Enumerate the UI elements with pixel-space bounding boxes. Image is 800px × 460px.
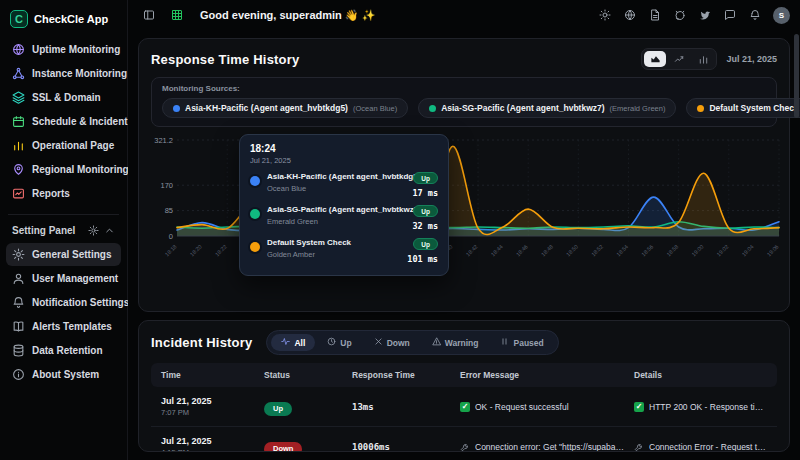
monitoring-sources-box: Monitoring Sources: Asia-KH-Pacific (Age… xyxy=(151,77,777,127)
bar-chart-toggle-button[interactable] xyxy=(692,51,714,67)
svg-text:18:58: 18:58 xyxy=(665,243,679,257)
sidebar-toggle-icon[interactable] xyxy=(138,4,160,26)
docs-icon[interactable] xyxy=(644,4,666,26)
sidebar-item-instance-monitoring[interactable]: Instance Monitoring xyxy=(6,62,121,85)
area-chart-toggle-button[interactable] xyxy=(644,51,666,67)
svg-text:19:02: 19:02 xyxy=(716,243,730,257)
sidebar-item-regional-monitoring[interactable]: Regional Monitoring xyxy=(6,158,121,181)
theme-icon[interactable] xyxy=(594,4,616,26)
sidebar-item-user-management[interactable]: User Management xyxy=(6,267,121,290)
filter-up[interactable]: Up xyxy=(317,334,361,351)
feedback-icon[interactable] xyxy=(719,4,741,26)
sidebar-item-label: Instance Monitoring xyxy=(32,68,127,79)
topbar: Good evening, superadmin 👋 ✨ S xyxy=(128,0,800,30)
source-color-dot xyxy=(173,105,180,112)
source-chip-default-system-check[interactable]: Default System Check (Golden Amber) xyxy=(686,98,800,118)
source-color-tag: (Ocean Blue) xyxy=(353,104,397,113)
tooltip-series-color-label: Golden Amber xyxy=(267,250,400,259)
svg-text:18:42: 18:42 xyxy=(465,243,479,257)
filter-paused[interactable]: Paused xyxy=(490,334,553,351)
sidebar-item-label: Regional Monitoring xyxy=(32,164,129,175)
tooltip-value: 101 ms xyxy=(407,254,438,264)
response-time-history-card: Response Time History Jul 21, 2025 Monit… xyxy=(138,38,790,312)
line-chart-icon xyxy=(12,187,25,200)
sidebar-item-operational-page[interactable]: Operational Page xyxy=(6,134,121,157)
status-badge: Up xyxy=(413,238,438,250)
check-icon: ✓ xyxy=(634,402,644,412)
tooltip-time: 18:24 xyxy=(250,143,438,154)
source-name: Asia-KH-Pacific (Agent agent_hvbtkdg5) xyxy=(185,103,348,113)
source-name: Asia-SG-Pacific (Agent agent_hvbtkwz7) xyxy=(441,103,604,113)
status-badge: Up xyxy=(413,205,438,217)
sidebar-item-data-retention[interactable]: Data Retention xyxy=(6,339,121,362)
source-color-dot xyxy=(697,105,704,112)
bar-chart-icon xyxy=(12,139,25,152)
filter-label: All xyxy=(294,338,305,348)
sidebar-item-uptime-monitoring[interactable]: Uptime Monitoring xyxy=(6,38,121,61)
svg-text:18:52: 18:52 xyxy=(590,243,604,257)
incident-history-card: Incident History All Up Down Warning Pau… xyxy=(138,320,790,452)
sidebar: C CheckCle App Uptime Monitoring Instanc… xyxy=(0,0,128,460)
incident-error-message: ✓OK - Request successful xyxy=(460,402,626,412)
status-badge: Up xyxy=(413,172,438,184)
sidebar-item-about-system[interactable]: About System xyxy=(6,363,121,386)
logo-icon: C xyxy=(10,10,28,28)
sidebar-item-label: Schedule & Incident xyxy=(32,116,128,127)
incident-filters: All Up Down Warning Paused xyxy=(266,330,558,355)
chart-tooltip: 18:24 Jul 21, 2025 Asia-KH-Pacific (Agen… xyxy=(239,134,449,276)
sidebar-item-label: Operational Page xyxy=(32,140,114,151)
tooltip-series-name: Asia-SG-Pacific (Agent agent_hvbtkwz7) xyxy=(267,205,405,214)
filter-warning[interactable]: Warning xyxy=(422,334,489,351)
language-icon[interactable] xyxy=(619,4,641,26)
sidebar-item-label: Data Retention xyxy=(32,345,103,356)
sidebar-item-ssl-domain[interactable]: SSL & Domain xyxy=(6,86,121,109)
apps-grid-icon[interactable] xyxy=(166,4,188,26)
sidebar-item-notification-settings[interactable]: Notification Settings xyxy=(6,291,121,314)
incident-row[interactable]: Jul 21, 20254:15 PM Down 10006ms Connect… xyxy=(151,427,777,452)
tooltip-row: Asia-SG-Pacific (Agent agent_hvbtkwz7) E… xyxy=(250,205,438,231)
scrollbar-track[interactable] xyxy=(794,34,799,454)
status-badge: Up xyxy=(264,402,292,416)
x-icon xyxy=(374,337,383,348)
scrollbar-thumb[interactable] xyxy=(794,34,799,118)
activity-icon xyxy=(281,337,290,348)
twitter-icon[interactable] xyxy=(694,4,716,26)
filter-down[interactable]: Down xyxy=(364,334,420,351)
info-icon xyxy=(12,368,25,381)
filter-label: Down xyxy=(387,338,410,348)
svg-text:18:22: 18:22 xyxy=(214,243,228,257)
incident-details: Connection Error - Request timeout | Res… xyxy=(634,442,767,452)
source-chip-asia-sg-pacific-agent-agent-hvbtkwz7[interactable]: Asia-SG-Pacific (Agent agent_hvbtkwz7) (… xyxy=(418,98,676,118)
incident-row[interactable]: Jul 21, 20257:07 PM Up 13ms ✓OK - Reques… xyxy=(151,387,777,427)
line-chart-toggle-button[interactable] xyxy=(668,51,690,67)
sidebar-item-label: Reports xyxy=(32,188,70,199)
notifications-icon[interactable] xyxy=(744,4,766,26)
filter-all[interactable]: All xyxy=(271,334,315,351)
sidebar-item-label: SSL & Domain xyxy=(32,92,101,103)
svg-text:19:00: 19:00 xyxy=(691,243,705,257)
app-root: C CheckCle App Uptime Monitoring Instanc… xyxy=(0,0,800,460)
app-logo: C CheckCle App xyxy=(6,8,121,38)
source-chip-asia-kh-pacific-agent-agent-hvbtkdg5[interactable]: Asia-KH-Pacific (Agent agent_hvbtkdg5) (… xyxy=(162,98,408,118)
response-card-title: Response Time History xyxy=(151,52,299,67)
svg-text:18:54: 18:54 xyxy=(615,243,629,257)
filter-label: Paused xyxy=(513,338,543,348)
date-selector[interactable]: Jul 21, 2025 xyxy=(726,54,777,64)
greeting-text: Good evening, superadmin 👋 ✨ xyxy=(200,9,375,22)
github-icon[interactable] xyxy=(669,4,691,26)
bell-icon xyxy=(12,296,25,309)
sidebar-item-alerts-templates[interactable]: Alerts Templates xyxy=(6,315,121,338)
tooltip-series-color-label: Emerald Green xyxy=(267,217,405,226)
sidebar-item-general-settings[interactable]: General Settings xyxy=(6,243,121,266)
sidebar-item-reports[interactable]: Reports xyxy=(6,182,121,205)
incident-response-time: 10006ms xyxy=(352,442,452,452)
incident-table-body: Jul 21, 20257:07 PM Up 13ms ✓OK - Reques… xyxy=(151,387,777,452)
incident-response-time: 13ms xyxy=(352,402,452,412)
check-icon: ✓ xyxy=(460,402,470,412)
avatar[interactable]: S xyxy=(773,7,790,24)
sidebar-item-schedule-incident[interactable]: Schedule & Incident xyxy=(6,110,121,133)
pause-icon xyxy=(500,337,509,348)
source-color-tag: (Emerald Green) xyxy=(610,104,666,113)
monitoring-sources-label: Monitoring Sources: xyxy=(162,84,766,93)
settings-panel-header[interactable]: Setting Panel xyxy=(6,223,121,243)
